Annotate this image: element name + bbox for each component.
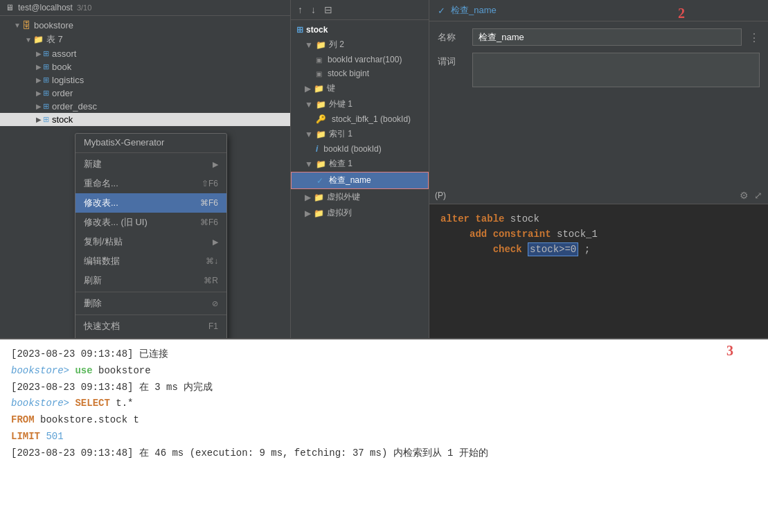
indent-spaces-2 <box>440 244 487 255</box>
menu-icon[interactable]: ⋮ <box>749 28 760 44</box>
expand-icon[interactable]: ⤢ <box>754 190 762 201</box>
virtual-col-node[interactable]: ▶ 📁 虚拟列 <box>291 205 429 221</box>
console-use-text: bookstore <box>98 365 151 376</box>
left-tree-panel: 🖥 test@localhost 3/10 ▼ 🗄 bookstore ▼ 📁 … <box>0 0 291 338</box>
console-line-7: [2023-08-23 09:13:48] 在 46 ms (execution… <box>11 445 757 462</box>
index-node[interactable]: ▼ 📁 索引 1 <box>291 126 429 142</box>
chevron-down-icon-idx: ▼ <box>305 130 313 139</box>
fk-node[interactable]: ▼ 📁 外键 1 <box>291 96 429 112</box>
code-table-name: stock <box>510 213 539 224</box>
section-label-3: 3 <box>726 343 733 359</box>
check-node[interactable]: ▼ 📁 检查 1 <box>291 156 429 172</box>
chevron-down-icon-fk: ▼ <box>305 100 313 109</box>
alter-keyword: alter <box>440 213 470 224</box>
table-icon-4: ⊞ <box>43 89 49 98</box>
stock-node[interactable]: ⊞ stock <box>291 23 429 37</box>
from-keyword: FROM <box>11 414 35 425</box>
chevron-down-icon-mid: ▼ <box>305 40 313 50</box>
host-icon: 🖥 <box>6 3 14 12</box>
code-line-1: alter table stock <box>440 211 757 227</box>
index-item[interactable]: i bookId (bookId) <box>291 142 429 156</box>
shortcut-modify: ⌘F6 <box>200 198 218 208</box>
check-condition: stock>=0 <box>528 242 578 256</box>
middle-panel: ↑ ↓ ⊟ ⊞ stock ▼ 📁 列 2 ▣ bookId varchar(1… <box>291 0 429 338</box>
form-row-predicate: 谓词 <box>438 53 760 87</box>
menu-separator-2 <box>75 292 226 292</box>
tree-stock-label: stock <box>52 114 73 125</box>
columns-node[interactable]: ▼ 📁 列 2 <box>291 37 429 53</box>
console-line-1: [2023-08-23 09:13:48] 已连接 <box>11 346 757 363</box>
code-semicolon: ; <box>584 244 590 255</box>
console-line-2: bookstore> use bookstore <box>11 363 757 380</box>
chevron-right-icon: ▶ <box>36 50 42 57</box>
down-btn[interactable]: ↓ <box>308 3 319 17</box>
right-tab-label: 检查_name <box>451 4 497 17</box>
check-keyword: check <box>493 244 522 255</box>
chevron-right-icon-vfk: ▶ <box>305 193 311 202</box>
tree-item-stock[interactable]: ▶ ⊞ stock <box>0 113 290 126</box>
name-label: 名称 <box>438 28 465 44</box>
tree-item-order-desc[interactable]: ▶ ⊞ order_desc <box>0 100 290 113</box>
settings-icon[interactable]: ⚙ <box>740 190 749 201</box>
up-btn[interactable]: ↑ <box>295 3 305 17</box>
folder-icon-mid: 📁 <box>316 40 326 50</box>
tree-book-label: book <box>52 62 71 72</box>
filter-btn[interactable]: ⊟ <box>321 3 335 17</box>
predicate-input[interactable] <box>472 53 760 87</box>
table-icon: ⊞ <box>43 49 49 58</box>
menu-navigate[interactable]: 导航 ▶ <box>75 336 226 338</box>
constraint-keyword: constraint <box>493 229 551 240</box>
key-icon: 🔑 <box>316 114 326 124</box>
shortcut-edit: ⌘↓ <box>206 256 218 266</box>
tree-item-assort[interactable]: ▶ ⊞ assort <box>0 47 290 60</box>
name-input[interactable] <box>472 28 742 46</box>
index-icon: i <box>316 144 318 154</box>
keys-node[interactable]: ▶ 📁 键 <box>291 80 429 96</box>
menu-new[interactable]: 新建 ▶ <box>75 154 226 174</box>
mid-toolbar: ↑ ↓ ⊟ <box>291 0 429 20</box>
section-label-2: 2 <box>678 6 685 21</box>
menu-separator-1 <box>75 152 226 153</box>
fk-item[interactable]: 🔑 stock_ibfk_1 (bookId) <box>291 112 429 126</box>
tree-order-label: order <box>52 88 73 98</box>
virtual-fk-node[interactable]: ▶ 📁 虚拟外键 <box>291 189 429 205</box>
context-menu: MybatisX-Generator 新建 ▶ 重命名... ⇧F6 修改表..… <box>75 133 227 338</box>
tree-logistics-label: logistics <box>52 75 84 85</box>
menu-modify-table[interactable]: 修改表... ⌘F6 <box>75 193 226 213</box>
menu-modify-table-old[interactable]: 修改表... (旧 UI) ⌘F6 <box>75 213 226 232</box>
check-item-icon: ✓ <box>316 176 323 186</box>
check-name-item[interactable]: ✓ 检查_name <box>291 172 429 189</box>
console-line-6: LIMIT 501 <box>11 429 757 445</box>
table-icon-3: ⊞ <box>43 76 49 85</box>
chevron-right-icon-mid: ▶ <box>305 84 311 94</box>
tree-content: ▼ 🗄 bookstore ▼ 📁 表 7 ▶ ⊞ assort ▶ ⊞ boo… <box>0 16 290 129</box>
menu-delete[interactable]: 删除 ⊘ <box>75 294 226 313</box>
code-icons: ⚙ ⤢ <box>740 190 762 201</box>
tree-item-book[interactable]: ▶ ⊞ book <box>0 60 290 73</box>
tree-item-tables[interactable]: ▼ 📁 表 7 <box>0 32 290 47</box>
menu-copy-paste[interactable]: 复制/粘贴 ▶ <box>75 232 226 251</box>
folder-icon-idx: 📁 <box>316 130 326 139</box>
indent-spaces <box>440 229 464 240</box>
col-bookid-node[interactable]: ▣ bookId varchar(100) <box>291 53 429 66</box>
menu-rename[interactable]: 重命名... ⇧F6 <box>75 174 226 193</box>
console-line-3: [2023-08-23 09:13:48] 在 3 ms 内完成 <box>11 380 757 396</box>
table-keyword: table <box>475 213 504 224</box>
menu-edit-data[interactable]: 编辑数据 ⌘↓ <box>75 251 226 271</box>
tree-order-desc-label: order_desc <box>52 101 97 112</box>
menu-quick-doc[interactable]: 快速文档 F1 <box>75 317 226 336</box>
tree-item-logistics[interactable]: ▶ ⊞ logistics <box>0 73 290 87</box>
menu-mybatisx[interactable]: MybatisX-Generator <box>75 134 226 151</box>
chevron-right-icon-vc: ▶ <box>305 209 311 218</box>
folder-icon-chk: 📁 <box>316 159 326 169</box>
tree-item-order[interactable]: ▶ ⊞ order <box>0 87 290 100</box>
menu-refresh[interactable]: 刷新 ⌘R <box>75 271 226 290</box>
table-node-icon: ⊞ <box>296 25 303 35</box>
col-stock-node[interactable]: ▣ stock bigint <box>291 66 429 80</box>
code-content: alter table stock add constraint stock_1… <box>429 204 768 339</box>
arrow-icon: ▶ <box>213 160 218 169</box>
tables-label: 表 7 <box>46 33 63 46</box>
tree-assort-label: assort <box>52 48 76 59</box>
tree-item-bookstore[interactable]: ▼ 🗄 bookstore <box>0 19 290 32</box>
chevron-right-icon-6: ▶ <box>36 116 42 123</box>
